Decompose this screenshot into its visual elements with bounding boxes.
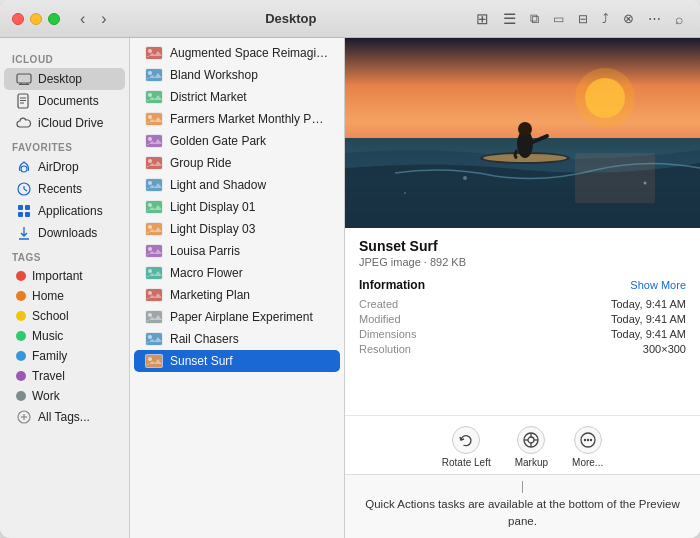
sidebar-item-important-label: Important bbox=[32, 269, 83, 283]
qa-more-button[interactable]: More... bbox=[572, 426, 603, 468]
file-name-13: Paper Airplane Experiment bbox=[170, 310, 313, 324]
sidebar: iCloud Desktop Documents iCloud Drive bbox=[0, 38, 130, 538]
tag-button[interactable]: ⊗ bbox=[618, 8, 639, 29]
svg-line-11 bbox=[24, 189, 27, 191]
action-button[interactable]: ⋯ bbox=[643, 8, 666, 29]
file-item-1[interactable]: Augmented Space Reimagined bbox=[134, 42, 340, 64]
maximize-button[interactable] bbox=[48, 13, 60, 25]
sidebar-item-family-label: Family bbox=[32, 349, 67, 363]
file-thumb-11 bbox=[144, 265, 164, 281]
file-item-9[interactable]: Light Display 03 bbox=[134, 218, 340, 240]
sidebar-item-important[interactable]: Important bbox=[4, 266, 125, 286]
svg-rect-42 bbox=[146, 201, 162, 213]
svg-point-34 bbox=[148, 137, 152, 141]
airdrop-icon bbox=[16, 159, 32, 175]
minimize-button[interactable] bbox=[30, 13, 42, 25]
svg-point-52 bbox=[148, 269, 152, 273]
sidebar-item-applications-label: Applications bbox=[38, 204, 103, 218]
window-title: Desktop bbox=[119, 11, 463, 26]
info-value: 300×300 bbox=[643, 343, 686, 355]
file-item-6[interactable]: Group Ride bbox=[134, 152, 340, 174]
sidebar-item-travel-label: Travel bbox=[32, 369, 65, 383]
file-thumb-15 bbox=[144, 353, 164, 369]
sidebar-item-music[interactable]: Music bbox=[4, 326, 125, 346]
view-icon-gallery[interactable]: ▭ bbox=[548, 9, 569, 29]
file-name-14: Rail Chasers bbox=[170, 332, 239, 346]
view-icon-columns[interactable]: ⧉ bbox=[525, 8, 544, 30]
qa-rotate-left-button[interactable]: Rotate Left bbox=[442, 426, 491, 468]
back-button[interactable]: ‹ bbox=[76, 8, 89, 30]
sidebar-item-family[interactable]: Family bbox=[4, 346, 125, 366]
file-thumb-3 bbox=[144, 89, 164, 105]
forward-button[interactable]: › bbox=[97, 8, 110, 30]
file-item-3[interactable]: District Market bbox=[134, 86, 340, 108]
sidebar-item-applications[interactable]: Applications bbox=[4, 200, 125, 222]
sidebar-item-home[interactable]: Home bbox=[4, 286, 125, 306]
view-icon-grid[interactable]: ⊞ bbox=[471, 7, 494, 31]
file-item-7[interactable]: Light and Shadow bbox=[134, 174, 340, 196]
sidebar-item-music-label: Music bbox=[32, 329, 63, 343]
qa-markup-label: Markup bbox=[515, 457, 548, 468]
svg-point-28 bbox=[148, 93, 152, 97]
file-item-11[interactable]: Macro Flower bbox=[134, 262, 340, 284]
share-button[interactable]: ⤴ bbox=[597, 8, 614, 29]
more-icon bbox=[574, 426, 602, 454]
preview-image-area bbox=[345, 38, 700, 228]
svg-point-77 bbox=[404, 192, 406, 194]
info-header: Information Show More bbox=[359, 278, 686, 292]
sidebar-item-work-label: Work bbox=[32, 389, 60, 403]
toolbar-icons: ⊞ ☰ ⧉ ▭ ⊟ ⤴ ⊗ ⋯ ⌕ bbox=[471, 7, 688, 31]
sidebar-item-documents[interactable]: Documents bbox=[4, 90, 125, 112]
svg-point-55 bbox=[148, 291, 152, 295]
show-more-button[interactable]: Show More bbox=[630, 279, 686, 291]
downloads-icon bbox=[16, 225, 32, 241]
sidebar-item-airdrop[interactable]: AirDrop bbox=[4, 156, 125, 178]
file-item-5[interactable]: Golden Gate Park bbox=[134, 130, 340, 152]
sidebar-item-all-tags[interactable]: All Tags... bbox=[4, 406, 125, 428]
file-item-8[interactable]: Light Display 01 bbox=[134, 196, 340, 218]
qa-markup-button[interactable]: Markup bbox=[515, 426, 548, 468]
svg-point-43 bbox=[148, 203, 152, 207]
work-dot bbox=[16, 391, 26, 401]
file-item-2[interactable]: Bland Workshop bbox=[134, 64, 340, 86]
sidebar-item-downloads-label: Downloads bbox=[38, 226, 97, 240]
school-dot bbox=[16, 311, 26, 321]
file-item-10[interactable]: Louisa Parris bbox=[134, 240, 340, 262]
file-item-14[interactable]: Rail Chasers bbox=[134, 328, 340, 350]
sidebar-item-home-label: Home bbox=[32, 289, 64, 303]
sidebar-item-downloads[interactable]: Downloads bbox=[4, 222, 125, 244]
svg-rect-48 bbox=[146, 245, 162, 257]
file-item-15[interactable]: Sunset Surf bbox=[134, 350, 340, 372]
sidebar-item-desktop[interactable]: Desktop bbox=[4, 68, 125, 90]
info-row: Resolution300×300 bbox=[359, 343, 686, 355]
file-item-13[interactable]: Paper Airplane Experiment bbox=[134, 306, 340, 328]
info-row: ModifiedToday, 9:41 AM bbox=[359, 313, 686, 325]
svg-point-86 bbox=[586, 438, 588, 440]
file-thumb-8 bbox=[144, 199, 164, 215]
file-item-4[interactable]: Farmers Market Monthly Packet bbox=[134, 108, 340, 130]
file-item-12[interactable]: Marketing Plan bbox=[134, 284, 340, 306]
sidebar-item-work[interactable]: Work bbox=[4, 386, 125, 406]
svg-point-64 bbox=[148, 357, 152, 361]
svg-rect-33 bbox=[146, 135, 162, 147]
close-button[interactable] bbox=[12, 13, 24, 25]
sidebar-item-icloud-drive-label: iCloud Drive bbox=[38, 116, 103, 130]
svg-rect-24 bbox=[146, 69, 162, 81]
view-icon-list[interactable]: ☰ bbox=[498, 7, 521, 31]
sidebar-item-recents[interactable]: Recents bbox=[4, 178, 125, 200]
search-button[interactable]: ⌕ bbox=[670, 8, 688, 30]
travel-dot bbox=[16, 371, 26, 381]
svg-rect-12 bbox=[18, 205, 23, 210]
music-dot bbox=[16, 331, 26, 341]
info-key: Created bbox=[359, 298, 398, 310]
sidebar-item-school[interactable]: School bbox=[4, 306, 125, 326]
file-name-8: Light Display 01 bbox=[170, 200, 255, 214]
file-name-2: Bland Workshop bbox=[170, 68, 258, 82]
documents-icon bbox=[16, 93, 32, 109]
info-value: Today, 9:41 AM bbox=[611, 298, 686, 310]
sidebar-item-travel[interactable]: Travel bbox=[4, 366, 125, 386]
file-thumb-13 bbox=[144, 309, 164, 325]
svg-rect-51 bbox=[146, 267, 162, 279]
arrange-button[interactable]: ⊟ bbox=[573, 9, 593, 29]
sidebar-item-icloud-drive[interactable]: iCloud Drive bbox=[4, 112, 125, 134]
